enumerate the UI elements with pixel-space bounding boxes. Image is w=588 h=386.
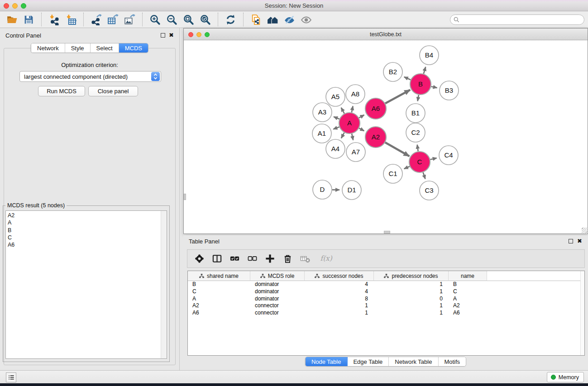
graph-node-C3[interactable]: C3 — [420, 181, 439, 200]
run-mcds-button[interactable]: Run MCDS — [38, 86, 85, 96]
search-input[interactable] — [462, 15, 584, 24]
column-header-predecessor-nodes[interactable]: predecessor nodes — [374, 271, 449, 281]
graph-node-A3[interactable]: A3 — [313, 103, 332, 122]
result-list-scrollbar[interactable] — [161, 211, 167, 358]
graph-node-C1[interactable]: C1 — [383, 164, 402, 183]
canvas-horizontal-scrollbar[interactable] — [384, 231, 390, 234]
graph-edge-C-C2[interactable] — [417, 145, 418, 152]
export-image-button[interactable] — [121, 13, 138, 27]
zoom-selected-button[interactable] — [197, 13, 214, 27]
float-table-panel-icon[interactable] — [569, 239, 573, 243]
graph-node-B[interactable]: B — [410, 74, 431, 95]
table-row[interactable]: Adominator80A — [188, 295, 584, 303]
save-session-button[interactable] — [20, 13, 37, 27]
column-header-shared-name[interactable]: shared name — [188, 271, 250, 281]
open-session-button[interactable] — [4, 13, 20, 27]
graph-node-A6[interactable]: A6 — [365, 98, 386, 119]
table-row[interactable]: Cdominator41C — [188, 288, 584, 295]
graph-node-D[interactable]: D — [313, 180, 332, 199]
mcds-result-item[interactable]: C — [6, 234, 160, 241]
column-header-name[interactable]: name — [449, 271, 487, 281]
copy-network-button[interactable] — [248, 13, 264, 27]
table-tab-motifs[interactable]: Motifs — [438, 357, 466, 366]
column-header-successor-nodes[interactable]: successor nodes — [305, 271, 374, 281]
graph-node-C4[interactable]: C4 — [439, 146, 458, 165]
refresh-button[interactable] — [222, 13, 239, 27]
delete-column-button[interactable] — [282, 253, 293, 265]
graph-node-A8[interactable]: A8 — [346, 85, 365, 104]
tab-network[interactable]: Network — [31, 43, 65, 52]
optimization-select[interactable]: largest connected component (directed) — [19, 71, 161, 82]
graph-node-A4[interactable]: A4 — [326, 139, 345, 158]
network-window-title-bar[interactable]: testGlobe.txt — [184, 29, 588, 40]
graph-edge-A-A3[interactable] — [334, 117, 339, 119]
table-tab-network-table[interactable]: Network Table — [389, 357, 438, 366]
table-tab-node-table[interactable]: Node Table — [306, 357, 348, 366]
graph-edge-A6-B[interactable] — [385, 90, 410, 104]
zoom-in-button[interactable] — [147, 13, 163, 27]
export-table-button[interactable] — [105, 13, 121, 27]
graph-node-A5[interactable]: A5 — [326, 87, 345, 106]
graph-edge-A-A8[interactable] — [352, 106, 353, 113]
tab-style[interactable]: Style — [65, 43, 91, 52]
zoom-fit-button[interactable] — [180, 13, 197, 27]
graph-edge-A-A6[interactable] — [359, 115, 364, 118]
graph-node-A[interactable]: A — [339, 113, 360, 133]
graph-edge-C-C1[interactable] — [404, 167, 410, 169]
close-panel-button[interactable]: Close panel — [88, 86, 138, 96]
houses-button[interactable] — [264, 13, 281, 27]
graph-edge-C-C4[interactable] — [430, 158, 436, 159]
graph-edge-B-B4[interactable] — [424, 67, 426, 74]
table-row[interactable]: A6connector11A6 — [188, 310, 584, 317]
graph-edge-A-A7[interactable] — [352, 133, 353, 140]
graph-edge-B-B2[interactable] — [404, 77, 411, 80]
table-tab-edge-table[interactable]: Edge Table — [347, 357, 389, 366]
show-details-button[interactable] — [298, 13, 315, 27]
graph-edge-B-B3[interactable] — [431, 86, 437, 88]
import-table-button[interactable] — [62, 13, 79, 27]
canvas-vertical-scrollbar[interactable] — [184, 194, 186, 200]
graph-node-D1[interactable]: D1 — [342, 181, 361, 200]
graph-edge-A-A1[interactable] — [333, 127, 339, 129]
table-scrollbar[interactable] — [580, 271, 584, 355]
graph-edge-A-A4[interactable] — [341, 133, 344, 138]
close-panel-icon[interactable]: ✖ — [169, 33, 174, 38]
add-column-button[interactable] — [264, 253, 275, 265]
table-row[interactable]: A2connector11A2 — [188, 302, 584, 310]
tab-select[interactable]: Select — [91, 43, 119, 52]
split-panel-button[interactable] — [211, 253, 222, 265]
graph-node-A1[interactable]: A1 — [312, 124, 331, 143]
graph-edge-A-A2[interactable] — [359, 128, 364, 131]
graph-edge-A2-C[interactable] — [385, 143, 410, 156]
deselect-all-button[interactable] — [247, 253, 258, 265]
graph-node-B3[interactable]: B3 — [440, 81, 459, 100]
mcds-result-item[interactable]: B — [6, 227, 160, 234]
zoom-out-button[interactable] — [163, 13, 180, 27]
graph-node-C2[interactable]: C2 — [406, 123, 425, 142]
column-header-MCDS-role[interactable]: MCDS role — [250, 271, 305, 281]
mcds-result-item[interactable]: A6 — [6, 241, 160, 248]
export-network-button[interactable] — [88, 13, 105, 27]
graph-node-B1[interactable]: B1 — [406, 104, 425, 123]
graph-node-B4[interactable]: B4 — [420, 46, 439, 65]
mcds-result-item[interactable]: A — [6, 219, 160, 226]
search-field[interactable] — [450, 14, 584, 25]
close-table-panel-icon[interactable]: ✖ — [577, 239, 582, 243]
graph-edge-A-A5[interactable] — [341, 108, 344, 114]
tab-mcds[interactable]: MCDS — [119, 43, 148, 52]
table-row[interactable]: Bdominator41B — [188, 281, 584, 288]
graph-node-B2[interactable]: B2 — [383, 62, 402, 81]
memory-button[interactable]: Memory — [547, 372, 584, 382]
network-canvas[interactable]: B4B2BB3A8A5A6A3B1AC2A1A2A4A7C4CC1DC3D1 — [184, 41, 588, 234]
mcds-result-item[interactable]: A2 — [6, 212, 160, 219]
graph-node-A2[interactable]: A2 — [365, 127, 386, 148]
graph-edge-B-B1[interactable] — [418, 95, 419, 101]
graph-edge-C-C3[interactable] — [423, 172, 425, 179]
window-resize-grip[interactable] — [582, 228, 587, 233]
import-network-button[interactable] — [46, 13, 62, 27]
hide-details-button[interactable] — [281, 13, 298, 27]
settings-gear-button[interactable] — [194, 253, 205, 265]
float-panel-icon[interactable] — [161, 33, 165, 38]
task-history-button[interactable] — [6, 372, 16, 382]
graph-node-A7[interactable]: A7 — [346, 143, 365, 162]
